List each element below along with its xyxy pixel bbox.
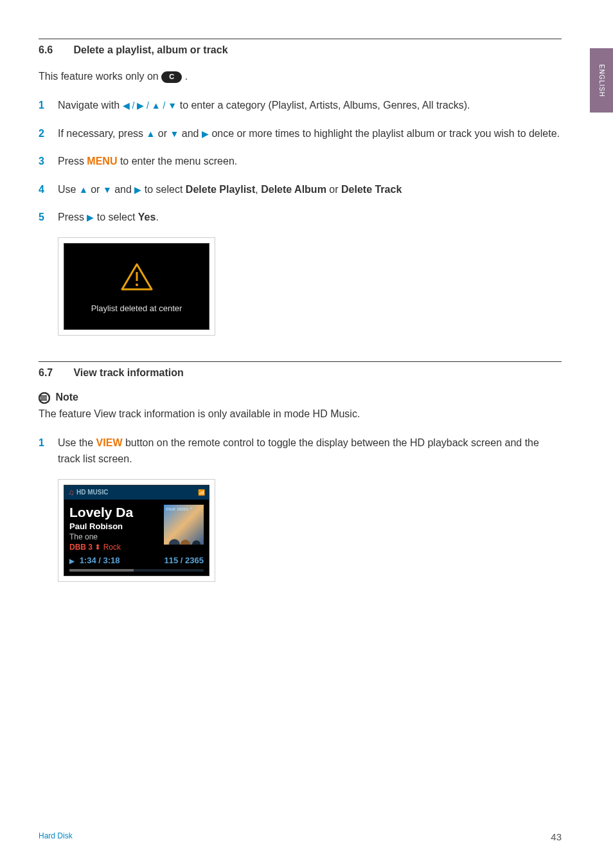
- section-divider: [39, 39, 562, 39]
- step-number: 2: [39, 125, 58, 142]
- step-5: 5 Press ▶ to select Yes.: [39, 209, 562, 226]
- step-content: Press MENU to enter the menu screen.: [58, 153, 562, 170]
- arrow-right-icon: ▶: [134, 183, 141, 197]
- confirmation-screenshot: Playlist deleted at center: [58, 237, 215, 336]
- step-list-6-6: 1 Navigate with ◀ / ▶ / ▲ / ▼ to enter a…: [39, 97, 562, 226]
- section-divider: [39, 361, 562, 362]
- section-number: 6.6: [39, 44, 71, 56]
- nav-arrows-icon: ◀ / ▶ / ▲ / ▼: [123, 98, 177, 113]
- note-heading: Note: [39, 392, 562, 404]
- arrow-right-icon: ▶: [202, 127, 209, 141]
- track-title: Lovely Da: [69, 505, 160, 520]
- page-footer: Hard Disk 43: [39, 831, 562, 842]
- note-icon: [39, 392, 50, 404]
- step-4: 4 Use ▲ or ▼ and ▶ to select Delete Play…: [39, 181, 562, 198]
- section-number: 6.7: [39, 367, 71, 379]
- music-note-icon: ♫: [68, 488, 74, 497]
- album-name: The one: [69, 532, 160, 541]
- step-1: 1 Navigate with ◀ / ▶ / ▲ / ▼ to enter a…: [39, 97, 562, 114]
- note-text: The feature View track information is on…: [39, 406, 562, 422]
- step-content: If necessary, press ▲ or ▼ and ▶ once or…: [58, 125, 562, 142]
- playback-time: 1:34 / 3:18: [80, 556, 120, 565]
- hd-footer: ▶ 1:34 / 3:18 115 / 2365: [64, 554, 209, 569]
- language-tab: ENGLISH: [590, 48, 613, 113]
- step-content: Use the VIEW button on the remote contro…: [58, 435, 562, 467]
- artist-name: Paul Robison: [69, 521, 160, 531]
- step-number: 1: [39, 435, 58, 467]
- note-label: Note: [55, 392, 78, 402]
- step-content: Press ▶ to select Yes.: [58, 209, 562, 226]
- arrow-up-icon: ▲: [147, 127, 155, 141]
- dbb-info: DBB 3 ⬍ Rock: [69, 543, 160, 552]
- hd-header-title: HD MUSIC: [76, 489, 108, 496]
- step-2: 2 If necessary, press ▲ or ▼ and ▶ once …: [39, 125, 562, 142]
- signal-icon: 📶: [198, 489, 205, 496]
- play-icon: ▶: [69, 557, 75, 565]
- equalizer-icon: ⬍: [94, 543, 103, 552]
- step-number: 4: [39, 181, 58, 198]
- section-title: Delete a playlist, album or track: [73, 44, 227, 55]
- step-3: 3 Press MENU to enter the menu screen.: [39, 153, 562, 170]
- step-1: 1 Use the VIEW button on the remote cont…: [39, 435, 562, 467]
- intro-post: .: [185, 71, 188, 82]
- step-content: Use ▲ or ▼ and ▶ to select Delete Playli…: [58, 181, 562, 198]
- step-list-6-7: 1 Use the VIEW button on the remote cont…: [39, 435, 562, 467]
- footer-page: 43: [551, 831, 562, 842]
- confirmation-text: Playlist deleted at center: [74, 303, 199, 313]
- section-heading-6-7: 6.7 View track information: [39, 367, 562, 379]
- svg-point-1: [136, 284, 138, 286]
- step-number: 3: [39, 153, 58, 170]
- step-number: 1: [39, 97, 58, 114]
- section-heading-6-6: 6.6 Delete a playlist, album or track: [39, 44, 562, 56]
- hd-header: ♫ HD MUSIC 📶: [64, 485, 209, 500]
- hd-playback-screenshot: ♫ HD MUSIC 📶 Lovely Da Paul Robison The …: [58, 479, 215, 582]
- warning-icon: [121, 263, 153, 291]
- arrow-down-icon: ▼: [103, 183, 112, 197]
- intro-pre: This feature works only on: [39, 71, 161, 82]
- view-key: VIEW: [96, 437, 123, 448]
- arrow-up-icon: ▲: [79, 183, 88, 197]
- arrow-down-icon: ▼: [170, 127, 179, 141]
- track-counter: 115 / 2365: [164, 556, 204, 565]
- menu-key: MENU: [87, 156, 117, 167]
- center-icon: [161, 71, 182, 83]
- progress-bar: [69, 569, 204, 572]
- footer-section: Hard Disk: [39, 831, 73, 842]
- intro-text: This feature works only on .: [39, 69, 562, 84]
- album-cover: blue skies *: [164, 505, 204, 545]
- step-content: Navigate with ◀ / ▶ / ▲ / ▼ to enter a c…: [58, 97, 562, 114]
- arrow-right-icon: ▶: [87, 210, 94, 224]
- step-number: 5: [39, 209, 58, 226]
- section-title: View track information: [73, 367, 183, 378]
